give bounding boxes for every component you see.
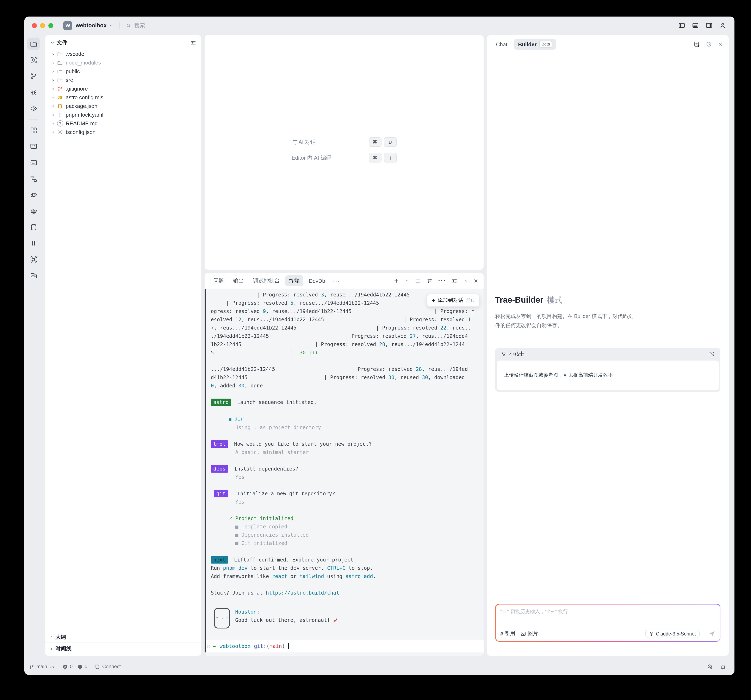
activity-item-explorer[interactable] <box>27 38 40 50</box>
shortcut-label: ⌘U <box>466 297 474 303</box>
search-icon <box>29 56 37 64</box>
panel-tab-输出[interactable]: 输出 <box>229 276 247 286</box>
terminal-prompt[interactable]: ○ → webtoolbox git:(main) <box>205 640 484 652</box>
file-row[interactable]: !pnpm-lock.yaml <box>45 110 201 119</box>
terminal-line: ./194edd41b22-12445 | Progress: resolved… <box>211 332 480 340</box>
notifications-bell-icon[interactable] <box>720 663 726 670</box>
terminal-line: tmpl How would you like to start your ne… <box>211 440 480 448</box>
tab-builder[interactable]: Builder Beta <box>514 39 556 50</box>
activity-item-source-control[interactable] <box>27 70 40 82</box>
file-row[interactable]: .gitignore <box>45 84 201 93</box>
activity-item-extensions[interactable] <box>27 124 40 136</box>
terminal-line: Add frameworks like react or tailwind us… <box>211 572 480 581</box>
extensions-icon <box>29 126 37 134</box>
prompt-arrow: → <box>213 643 216 649</box>
terminal-line: Stuck? Join us at https://astro.build/ch… <box>211 589 480 597</box>
toggle-left-panel-button[interactable] <box>678 22 685 29</box>
file-row[interactable]: {}package.json <box>45 102 201 110</box>
explorer-header[interactable]: 文件 <box>45 35 201 49</box>
titlebar-divider <box>119 22 120 29</box>
app-window: W webtoolbox 搜索 <box>25 17 734 675</box>
explorer-filter-icon[interactable] <box>190 39 196 46</box>
file-row[interactable]: ?README.md <box>45 119 201 128</box>
attach-image-button[interactable]: 图片 <box>520 630 538 637</box>
panel-tab-终端[interactable]: 终端 <box>285 276 303 286</box>
terminal-line: Run pnpm dev to start the dev server. CT… <box>211 564 480 572</box>
activity-item-database[interactable] <box>27 221 40 233</box>
panel-tab-问题[interactable]: 问题 <box>210 276 228 286</box>
activity-item-live-preview[interactable] <box>27 140 40 153</box>
chevron-right-icon: › <box>50 60 56 65</box>
activity-item-workflow[interactable] <box>27 172 40 185</box>
terminal-output[interactable]: + 添加到对话 ⌘U | Progress: resolved 3, reuse… <box>205 289 484 656</box>
activity-item-docker[interactable] <box>27 204 40 217</box>
file-row[interactable]: ›node_modules <box>45 58 201 67</box>
file-row[interactable]: ›public <box>45 67 201 76</box>
editor-area[interactable]: 与 AI 对话⌘UEditor 内 AI 编码⌘I <box>205 35 484 269</box>
chat-input[interactable]: "↑↓" 切换历史输入，"⇧↵" 换行 # 引用 图片 <box>496 604 720 641</box>
model-selector[interactable]: Claude-3.5-Sonnet <box>645 629 700 638</box>
workflow-icon <box>29 175 37 183</box>
split-terminal-button[interactable] <box>415 278 421 284</box>
kill-terminal-button[interactable] <box>426 278 433 284</box>
activity-item-remote-eye[interactable] <box>27 102 40 115</box>
close-panel-icon[interactable] <box>473 278 479 283</box>
activity-item-comments[interactable] <box>27 269 40 282</box>
send-icon[interactable] <box>708 630 715 637</box>
add-to-chat-button[interactable]: + 添加到对话 ⌘U <box>427 294 479 307</box>
terminal-line: .../194edd41b22-12445 | Progress: resolv… <box>211 365 480 373</box>
more-tabs-button[interactable]: ··· <box>331 278 342 284</box>
workspace-chevron-down-icon[interactable] <box>109 23 114 28</box>
panel-tab-DevDb[interactable]: DevDb <box>305 276 329 285</box>
panel-settings-icon[interactable] <box>451 278 457 284</box>
builder-mode-description: 轻松完成从零到一的项目构建。在 Builder 模式下，对代码文件的任何更改都会… <box>495 312 634 330</box>
tab-chat[interactable]: Chat <box>493 39 511 50</box>
activity-item-debug[interactable] <box>27 86 40 98</box>
errors-icon <box>62 664 68 669</box>
terminal-dropdown-chevron-icon[interactable] <box>405 278 409 283</box>
git-branch-status[interactable]: main <box>29 664 55 669</box>
activity-item-feed[interactable] <box>27 156 40 169</box>
activity-item-sketch-globe[interactable] <box>27 189 40 201</box>
close-chat-icon[interactable] <box>717 42 723 47</box>
editor-ai-hints: 与 AI 对话⌘UEditor 内 AI 编码⌘I <box>292 137 397 163</box>
database-icon <box>95 664 100 669</box>
file-row[interactable]: ›.vscode <box>45 50 201 58</box>
terminal-line: 0, added 30, done <box>211 382 480 390</box>
explorer-title: 文件 <box>57 39 67 46</box>
global-search[interactable]: 搜索 <box>126 22 145 29</box>
ai-hint: Editor 内 AI 编码⌘I <box>292 153 397 163</box>
accounts-alert-icon[interactable] <box>707 663 713 670</box>
app-logo: W <box>63 21 72 30</box>
toggle-right-panel-button[interactable] <box>706 22 712 29</box>
problems-status[interactable]: 0 0 <box>62 664 87 669</box>
activity-item-search[interactable] <box>27 54 40 66</box>
maximize-panel-chevron-icon[interactable] <box>463 278 468 283</box>
zoom-window-button[interactable] <box>48 23 53 28</box>
sidebar-section-大纲[interactable]: ›大纲 <box>45 631 201 643</box>
account-button[interactable] <box>719 22 726 29</box>
activity-item-drone[interactable] <box>27 253 40 265</box>
devdb-connect-status[interactable]: Connect <box>95 664 121 669</box>
file-row[interactable]: tsconfig.json <box>45 128 201 136</box>
activity-item-pause[interactable] <box>27 237 40 249</box>
file-dot <box>50 122 56 124</box>
close-window-button[interactable] <box>32 23 37 28</box>
feed-icon <box>29 159 37 166</box>
file-row[interactable]: JSastro.config.mjs <box>45 93 201 102</box>
reference-button[interactable]: # 引用 <box>500 630 515 637</box>
new-terminal-button[interactable] <box>394 278 399 283</box>
new-chat-icon[interactable] <box>694 41 700 48</box>
terminal-line: Using . as project directory <box>211 423 480 432</box>
more-actions-button[interactable]: ··· <box>438 277 446 285</box>
history-icon[interactable] <box>706 41 712 48</box>
workspace-title[interactable]: webtoolbox <box>76 22 107 28</box>
minimize-window-button[interactable] <box>40 23 45 28</box>
file-row[interactable]: ›src <box>45 76 201 84</box>
panel-tab-调试控制台[interactable]: 调试控制台 <box>249 276 284 286</box>
sidebar-section-时间线[interactable]: ›时间线 <box>45 643 201 654</box>
model-cube-icon <box>649 631 654 636</box>
tips-title: 小贴士 <box>509 351 524 358</box>
toggle-bottom-panel-button[interactable] <box>692 22 699 29</box>
shuffle-tip-icon[interactable] <box>709 351 715 357</box>
